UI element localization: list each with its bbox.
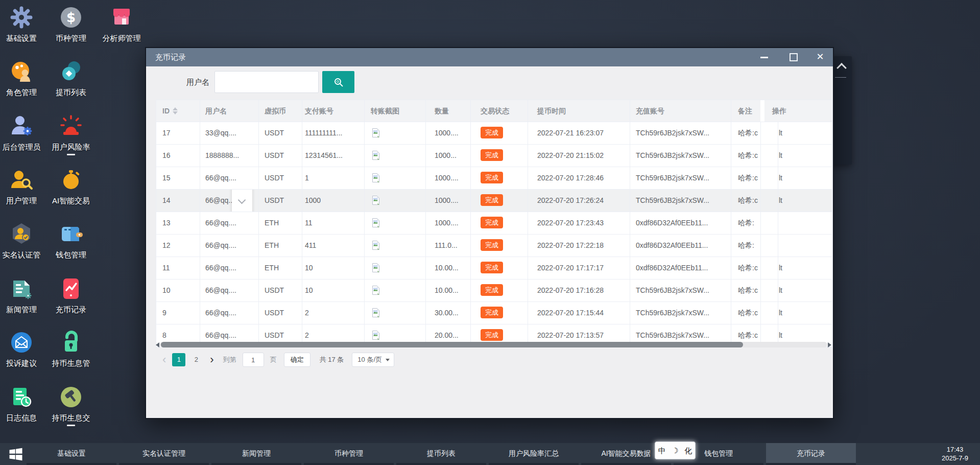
sort-caret-icon[interactable]: [173, 107, 178, 114]
goto-page-input[interactable]: [243, 353, 264, 367]
confirm-button[interactable]: 确定: [284, 353, 310, 367]
username-dropdown[interactable]: [232, 190, 252, 212]
maximize-button[interactable]: [785, 48, 802, 66]
coin-icon: $: [59, 5, 83, 30]
search-button[interactable]: [322, 71, 354, 93]
table-row[interactable]: 1366@qq....ETH111000....完成2022-07-20 17:…: [156, 212, 832, 235]
minimize-button[interactable]: [755, 48, 773, 66]
scrollbar-thumb[interactable]: [161, 342, 743, 347]
scroll-left-icon[interactable]: [156, 342, 159, 347]
desktop-shortcut-6[interactable]: 后台管理员: [0, 114, 46, 152]
cell-pay_account: 2: [302, 302, 364, 324]
taskbar-item-6[interactable]: 用户风险率汇总: [489, 443, 579, 465]
desktop-shortcut-4[interactable]: 角色管理: [0, 59, 46, 98]
desktop-shortcut-3[interactable]: 分析师管理: [97, 5, 146, 43]
cell-remark: 哈希:c: [731, 190, 760, 212]
desktop-shortcut-10[interactable]: 实名认证管: [0, 222, 46, 260]
broken-image-icon[interactable]: [371, 263, 381, 273]
desktop-shortcut-15[interactable]: 持币生息管: [46, 330, 95, 368]
broken-image-icon[interactable]: [371, 218, 381, 228]
windows-start-button[interactable]: [8, 447, 23, 462]
broken-image-icon[interactable]: [371, 195, 381, 205]
table-row[interactable]: 1566@qq....USDT11000....完成2022-07-20 17:…: [156, 167, 832, 190]
table-row[interactable]: 1266@qq....ETH411111.0...完成2022-07-20 17…: [156, 235, 832, 257]
table-row[interactable]: 1166@qq....ETH1010.00...完成2022-07-20 17:…: [156, 257, 832, 280]
broken-image-icon[interactable]: [371, 128, 381, 138]
action-link[interactable]: lt: [779, 129, 782, 137]
taskbar-item-3[interactable]: 新闻管理: [211, 443, 301, 465]
clipped-label-sliver: [67, 154, 75, 155]
wallet-icon: [59, 222, 83, 246]
ime-glyph-2[interactable]: ☽: [672, 447, 678, 454]
table-row[interactable]: 1066@qq....USDT1010.00...完成2022-07-20 17…: [156, 280, 832, 302]
desktop-shortcut-14[interactable]: 投诉建议: [0, 330, 46, 368]
chevron-down-icon: [238, 196, 246, 204]
cell-amount: 111.0...: [425, 235, 470, 257]
action-link[interactable]: lt: [779, 286, 782, 294]
table-row[interactable]: 161888888...USDT12314561...1000...完成2022…: [156, 145, 832, 167]
table-row[interactable]: 1466@qq...USDT10001000....完成2022-07-20 1…: [156, 190, 832, 212]
broken-image-icon[interactable]: [371, 150, 381, 160]
broken-image-icon[interactable]: [371, 285, 381, 295]
taskbar-item-1[interactable]: 基础设置: [27, 443, 116, 465]
ime-glyph-3[interactable]: 化: [684, 447, 692, 454]
shortcut-label: 投诉建议: [0, 359, 46, 368]
broken-image-icon[interactable]: [371, 308, 381, 318]
column-header-screenshot: 转账截图: [364, 100, 425, 122]
table-row[interactable]: 1733@qq....USDT111111111...1000....完成202…: [156, 122, 832, 145]
cell-amount: 1000...: [425, 145, 470, 167]
taskbar-item-9[interactable]: 充币记录: [766, 443, 856, 465]
username-search-input[interactable]: [214, 71, 319, 93]
desktop-shortcut-5[interactable]: 提币列表: [46, 59, 95, 98]
desktop-shortcut-16[interactable]: 日志信息: [0, 385, 46, 423]
broken-image-icon[interactable]: [371, 173, 381, 183]
window-titlebar[interactable]: 充币记录 ✕: [146, 48, 833, 66]
status-badge: 完成: [481, 307, 503, 318]
cell-id: 15: [156, 167, 200, 189]
taskbar-item-5[interactable]: 提币列表: [396, 443, 486, 465]
page-button-1[interactable]: 1: [172, 353, 185, 366]
user-search-icon: [9, 168, 34, 192]
taskbar-item-2[interactable]: 实名认证管理: [119, 443, 209, 465]
page-button-2[interactable]: 2: [189, 353, 203, 366]
action-link[interactable]: lt: [779, 196, 782, 204]
action-link[interactable]: lt: [779, 151, 782, 159]
desktop-shortcut-13[interactable]: 充币记录: [46, 276, 95, 315]
table-row[interactable]: 966@qq....USDT230.00...完成2022-07-20 17:1…: [156, 302, 832, 324]
action-link[interactable]: lt: [779, 264, 782, 272]
taskbar-clock[interactable]: 17:43 2025-7-9: [933, 445, 977, 462]
desktop-shortcut-1[interactable]: 基础设置: [0, 5, 46, 43]
maximize-icon: [790, 53, 798, 61]
column-header-id[interactable]: ID: [156, 100, 200, 122]
prev-page-button[interactable]: ‹: [162, 353, 166, 366]
action-link[interactable]: lt: [779, 309, 782, 317]
desktop-shortcut-8[interactable]: 用户管理: [0, 168, 46, 206]
ime-glyph-1[interactable]: 中: [658, 447, 666, 454]
scroll-right-icon[interactable]: [828, 342, 831, 347]
broken-image-icon[interactable]: [371, 330, 381, 340]
shortcut-label: 日志信息: [0, 413, 46, 423]
close-button[interactable]: ✕: [811, 48, 829, 66]
horizontal-scrollbar[interactable]: [156, 341, 831, 348]
page-size-select[interactable]: 10 条/页: [352, 353, 394, 367]
shortcut-label: 用户风险率: [46, 143, 95, 152]
cell-amount: 30.00...: [425, 302, 470, 324]
cell-amount: 1000....: [425, 167, 470, 189]
taskbar-item-4[interactable]: 币种管理: [304, 443, 394, 465]
desktop-shortcut-7[interactable]: 用户风险率: [46, 114, 95, 155]
chevron-up-icon[interactable]: [836, 63, 847, 73]
sort-asc-icon: [173, 107, 178, 110]
cell-screenshot: [364, 122, 425, 144]
desktop-shortcut-9[interactable]: AI智能交易: [46, 168, 95, 206]
cell-username: 66@qq....: [200, 257, 258, 279]
ime-toolbar[interactable]: 中☽化: [655, 441, 696, 459]
desktop-shortcut-12[interactable]: 新闻管理: [0, 276, 46, 315]
status-badge: 完成: [481, 262, 503, 273]
next-page-button[interactable]: ›: [210, 353, 213, 366]
desktop-shortcut-11[interactable]: 钱包管理: [46, 222, 95, 260]
action-link[interactable]: lt: [779, 331, 782, 339]
action-link[interactable]: lt: [779, 174, 782, 182]
desktop-shortcut-17[interactable]: 持币生息交: [46, 385, 95, 426]
desktop-shortcut-2[interactable]: $币种管理: [46, 5, 95, 43]
broken-image-icon[interactable]: [371, 240, 381, 250]
